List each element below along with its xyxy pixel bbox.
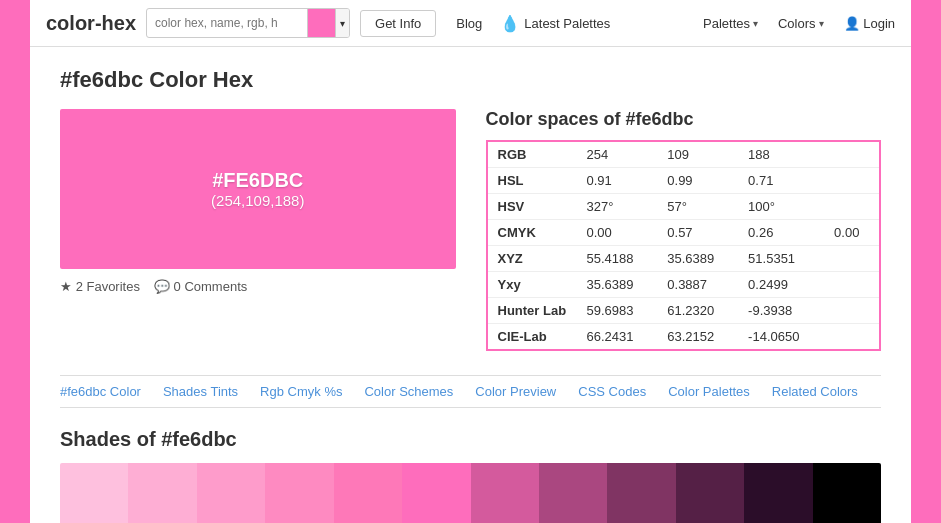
tab-link[interactable]: Color Schemes — [364, 384, 453, 399]
header: color-hex ▾ Get Info Blog 💧 Latest Palet… — [30, 0, 911, 47]
table-row: RGB 254 109 188 — [487, 141, 881, 168]
comment-icon: 💬 — [154, 279, 170, 294]
row-v1: 0.00 — [577, 220, 658, 246]
row-v2: 57° — [657, 194, 738, 220]
tab-link[interactable]: Related Colors — [772, 384, 858, 399]
row-v3: 100° — [738, 194, 824, 220]
shade-swatch[interactable] — [197, 463, 265, 523]
row-v4: 0.00 — [824, 220, 880, 246]
shade-swatch[interactable] — [60, 463, 128, 523]
row-v1: 254 — [577, 141, 658, 168]
tab-link[interactable]: CSS Codes — [578, 384, 646, 399]
row-v2: 109 — [657, 141, 738, 168]
row-v2: 0.57 — [657, 220, 738, 246]
header-right: Palettes ▾ Colors ▾ 👤 Login — [703, 16, 895, 31]
shade-swatch[interactable] — [265, 463, 333, 523]
color-hex-label: #FE6DBC — [212, 169, 303, 192]
table-row: Yxy 35.6389 0.3887 0.2499 — [487, 272, 881, 298]
color-square: #FE6DBC (254,109,188) — [60, 109, 456, 269]
shade-swatch[interactable] — [744, 463, 812, 523]
row-label: XYZ — [487, 246, 577, 272]
table-row: CMYK 0.00 0.57 0.260.00 — [487, 220, 881, 246]
row-v3: 188 — [738, 141, 824, 168]
row-label: Hunter Lab — [487, 298, 577, 324]
row-label: RGB — [487, 141, 577, 168]
shades-bar — [60, 463, 881, 523]
page-title: #fe6dbc Color Hex — [60, 67, 881, 93]
row-v2: 0.3887 — [657, 272, 738, 298]
shade-swatch[interactable] — [676, 463, 744, 523]
favorites-label: 2 Favorites — [76, 279, 140, 294]
row-label: Yxy — [487, 272, 577, 298]
user-icon: 👤 — [844, 16, 860, 31]
get-info-button[interactable]: Get Info — [360, 10, 436, 37]
shade-swatch[interactable] — [813, 463, 881, 523]
search-input[interactable] — [147, 11, 307, 35]
blog-link[interactable]: Blog — [456, 16, 482, 31]
row-v3: -14.0650 — [738, 324, 824, 351]
color-preview-swatch — [307, 9, 335, 37]
row-v3: -9.3938 — [738, 298, 824, 324]
row-v2: 61.2320 — [657, 298, 738, 324]
table-row: Hunter Lab 59.6983 61.2320 -9.3938 — [487, 298, 881, 324]
right-panel: Color spaces of #fe6dbc RGB 254 109 188H… — [486, 109, 882, 351]
tab-link[interactable]: Rgb Cmyk %s — [260, 384, 342, 399]
shades-title: Shades of #fe6dbc — [60, 428, 881, 451]
colors-dropdown[interactable]: Colors ▾ — [778, 16, 824, 31]
shade-swatch[interactable] — [128, 463, 196, 523]
color-rgb-label: (254,109,188) — [211, 192, 304, 209]
row-v1: 0.91 — [577, 168, 658, 194]
tab-link[interactable]: Color Palettes — [668, 384, 750, 399]
row-label: HSV — [487, 194, 577, 220]
row-v1: 59.6983 — [577, 298, 658, 324]
table-row: HSL 0.91 0.99 0.71 — [487, 168, 881, 194]
row-v1: 327° — [577, 194, 658, 220]
logo[interactable]: color-hex — [46, 12, 136, 35]
comments-label: 0 Comments — [174, 279, 248, 294]
shade-swatch[interactable] — [607, 463, 675, 523]
favorites-row: ★ 2 Favorites 💬 0 Comments — [60, 279, 456, 294]
drop-icon: 💧 — [500, 14, 520, 33]
color-dropdown-arrow[interactable]: ▾ — [335, 9, 349, 37]
comments-count: 💬 0 Comments — [154, 279, 247, 294]
tab-link[interactable]: Shades Tints — [163, 384, 238, 399]
colors-label: Colors — [778, 16, 816, 31]
row-v2: 63.2152 — [657, 324, 738, 351]
color-spaces-table: RGB 254 109 188HSL 0.91 0.99 0.71HSV 327… — [486, 140, 882, 351]
shade-swatch[interactable] — [539, 463, 607, 523]
color-spaces-title: Color spaces of #fe6dbc — [486, 109, 882, 130]
row-v1: 35.6389 — [577, 272, 658, 298]
palettes-dropdown[interactable]: Palettes ▾ — [703, 16, 758, 31]
favorites-count: ★ 2 Favorites — [60, 279, 140, 294]
row-v2: 35.6389 — [657, 246, 738, 272]
main-content: #fe6dbc Color Hex #FE6DBC (254,109,188) … — [30, 47, 911, 523]
row-v3: 0.2499 — [738, 272, 824, 298]
colors-dropdown-icon: ▾ — [819, 18, 824, 29]
shades-section: Shades of #fe6dbc — [60, 428, 881, 523]
latest-palettes-label: Latest Palettes — [524, 16, 610, 31]
left-panel: #FE6DBC (254,109,188) ★ 2 Favorites 💬 0 … — [60, 109, 456, 351]
row-v3: 0.71 — [738, 168, 824, 194]
tab-link[interactable]: Color Preview — [475, 384, 556, 399]
row-label: CIE-Lab — [487, 324, 577, 351]
tab-nav: #fe6dbc ColorShades TintsRgb Cmyk %sColo… — [60, 375, 881, 408]
shade-swatch[interactable] — [471, 463, 539, 523]
main-grid: #FE6DBC (254,109,188) ★ 2 Favorites 💬 0 … — [60, 109, 881, 351]
header-nav: Blog 💧 Latest Palettes — [456, 14, 693, 33]
table-row: CIE-Lab 66.2431 63.2152 -14.0650 — [487, 324, 881, 351]
star-icon: ★ — [60, 279, 72, 294]
row-label: CMYK — [487, 220, 577, 246]
login-label: Login — [863, 16, 895, 31]
shade-swatch[interactable] — [334, 463, 402, 523]
table-row: HSV 327° 57° 100° — [487, 194, 881, 220]
tab-link[interactable]: #fe6dbc Color — [60, 384, 141, 399]
row-v3: 0.26 — [738, 220, 824, 246]
row-v1: 55.4188 — [577, 246, 658, 272]
palettes-dropdown-icon: ▾ — [753, 18, 758, 29]
shade-swatch[interactable] — [402, 463, 470, 523]
row-v3: 51.5351 — [738, 246, 824, 272]
latest-palettes-link[interactable]: 💧 Latest Palettes — [500, 14, 610, 33]
table-row: XYZ 55.4188 35.6389 51.5351 — [487, 246, 881, 272]
palettes-label: Palettes — [703, 16, 750, 31]
login-link[interactable]: 👤 Login — [844, 16, 895, 31]
